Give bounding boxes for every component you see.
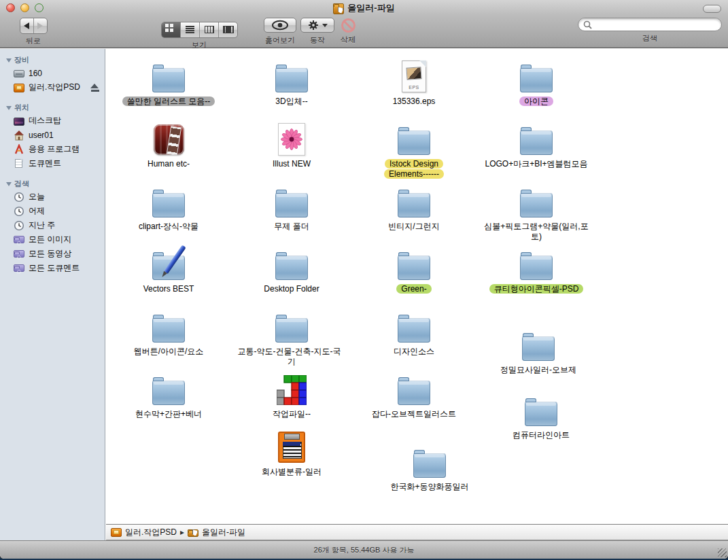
file-item[interactable]: 한국화+동양화풍일러 (370, 441, 489, 492)
delete-label: 삭제 (339, 35, 357, 45)
column-view-button[interactable] (199, 22, 218, 37)
file-label: Istock Design Elements------ (354, 159, 474, 179)
custom-folder-icon (188, 529, 198, 537)
applications-icon (14, 144, 24, 155)
icon-view-button[interactable] (162, 22, 180, 37)
file-item[interactable]: 정밀묘사일러-오브제 (479, 324, 598, 375)
sidebar-item-all-movies[interactable]: 모든 동영상 (0, 247, 105, 261)
file-item[interactable]: 심볼+픽토그램+약물(일러,포토) (476, 181, 596, 242)
sidebar-item-all-images[interactable]: 모든 이미지 (0, 232, 105, 247)
sidebar-item-yesterday[interactable]: 어제 (0, 204, 105, 218)
file-label: Desktop Folder (232, 284, 351, 294)
sidebar-item-pastweek[interactable]: 지난 주 (0, 218, 105, 232)
disclosure-triangle-icon[interactable] (6, 106, 12, 110)
file-item[interactable]: 웹버튼/아이콘/요소 (109, 306, 228, 357)
list-view-icon (186, 26, 194, 33)
folder-icon (275, 193, 308, 217)
delete-button[interactable] (341, 18, 356, 33)
file-label: LOGO+마크+BI+엠블럼모음 (476, 159, 596, 169)
file-item[interactable]: 쓸만한 일러스트 모음-- (109, 56, 228, 107)
window-header: 올일러-파일 뒤로 보기 (0, 0, 728, 48)
search-input[interactable] (595, 19, 716, 30)
file-item[interactable]: Illust NEW (232, 118, 351, 169)
sidebar-item-all-documents[interactable]: 모든 도큐멘트 (0, 261, 105, 275)
desktop-icon (14, 118, 24, 126)
file-item[interactable]: 교통-약도-건물-건축-지도-국기 (232, 306, 351, 367)
file-label: 정밀묘사일러-오브제 (479, 365, 598, 375)
gear-icon (308, 20, 319, 31)
file-item[interactable]: clipart-장식-약물 (109, 181, 228, 232)
file-label: 무제 폴더 (232, 222, 351, 232)
file-item[interactable]: Green- (354, 243, 474, 294)
folder-icon (152, 68, 185, 92)
sidebar-item-applications[interactable]: 응용 프로그램 (0, 142, 105, 156)
file-item[interactable]: Istock Design Elements------ (354, 118, 474, 179)
forward-arrow-icon (37, 22, 43, 29)
smart-folder-icon (14, 264, 24, 272)
action-button[interactable] (300, 18, 334, 33)
file-label: 쓸만한 일러스트 모음-- (109, 97, 228, 107)
sidebar-item-today[interactable]: 오늘 (0, 190, 105, 204)
eject-icon[interactable] (90, 84, 99, 92)
file-label: Illust NEW (232, 159, 351, 169)
path-segment[interactable]: 일러.작업PSD (125, 527, 177, 538)
back-button[interactable] (20, 18, 33, 33)
file-label: 디자인소스 (354, 347, 474, 357)
file-label: 3D입체-- (232, 97, 351, 107)
search-label: 검색 (578, 33, 722, 43)
file-item[interactable]: LOGO+마크+BI+엠블럼모음 (476, 118, 596, 169)
clock-icon (14, 192, 24, 203)
window-title-folder-icon (333, 3, 344, 14)
file-item[interactable]: 작업파일-- (232, 368, 351, 419)
file-item[interactable]: 빈티지/그런지 (354, 181, 474, 232)
forward-button[interactable] (33, 18, 47, 33)
disclosure-triangle-icon[interactable] (6, 58, 12, 63)
title-bar[interactable]: 올일러-파일 (0, 2, 728, 14)
folder-icon (520, 68, 553, 92)
path-separator-icon: ▸ (180, 527, 184, 537)
toolbar-toggle-button[interactable] (703, 5, 721, 13)
file-label: 컴퓨터라인아트 (481, 430, 601, 440)
quicklook-label: 훑어보기 (264, 35, 296, 46)
sidebar-item-160[interactable]: 160 (0, 66, 105, 80)
sidebar-item-documents[interactable]: 도큐멘트 (0, 156, 105, 171)
file-item[interactable]: 디자인소스 (354, 306, 474, 357)
folder-icon (525, 402, 557, 426)
file-item[interactable]: Vectors BEST (109, 243, 228, 294)
file-label: 아이콘 (476, 97, 596, 107)
blocks-icon (277, 375, 307, 405)
file-browser-area[interactable]: 쓸만한 일러스트 모음-- 3D입체-- EPS 135336.eps 아이콘 … (106, 49, 728, 523)
file-item[interactable]: 잡다-오브젝트일러스트 (354, 368, 474, 419)
file-item[interactable]: 컴퓨터라인아트 (481, 389, 601, 440)
icon-view-icon (165, 24, 169, 27)
sidebar-section-search[interactable]: 검색 (0, 178, 105, 190)
sidebar-section-places[interactable]: 위치 (0, 102, 105, 113)
search-icon (583, 20, 592, 29)
file-item[interactable]: 현수막+간판+베너 (109, 368, 228, 419)
file-item[interactable]: 회사별분류-일러 (232, 426, 351, 477)
sidebar-section-devices[interactable]: 장비 (0, 54, 105, 66)
file-item[interactable]: Human etc- (109, 118, 228, 169)
search-field[interactable] (578, 18, 722, 31)
file-item[interactable]: 무제 폴더 (232, 181, 351, 232)
disclosure-triangle-icon[interactable] (6, 182, 12, 186)
list-view-button[interactable] (180, 22, 199, 37)
path-segment[interactable]: 올일러-파일 (202, 527, 245, 538)
folder-icon (275, 256, 308, 280)
coverflow-view-button[interactable] (218, 22, 237, 37)
file-item[interactable]: 큐티형아이콘픽셀-PSD (476, 243, 596, 294)
folder-icon (520, 193, 553, 217)
folder-icon (522, 336, 555, 361)
documents-icon (15, 159, 22, 168)
quicklook-button[interactable] (264, 18, 296, 33)
file-item[interactable]: 아이콘 (476, 56, 596, 107)
folder-icon (275, 318, 308, 343)
resize-grip[interactable] (718, 548, 727, 557)
file-item[interactable]: 3D입체-- (232, 56, 351, 107)
clock-icon (14, 220, 24, 231)
sidebar-item-desktop[interactable]: 데스크탑 (0, 113, 105, 128)
sidebar-item-home[interactable]: user01 (0, 128, 105, 142)
sidebar-item-psd-drive[interactable]: 일러.작업PSD (0, 80, 105, 94)
file-item[interactable]: EPS 135336.eps (354, 56, 474, 107)
file-item[interactable]: Desktop Folder (232, 243, 351, 294)
